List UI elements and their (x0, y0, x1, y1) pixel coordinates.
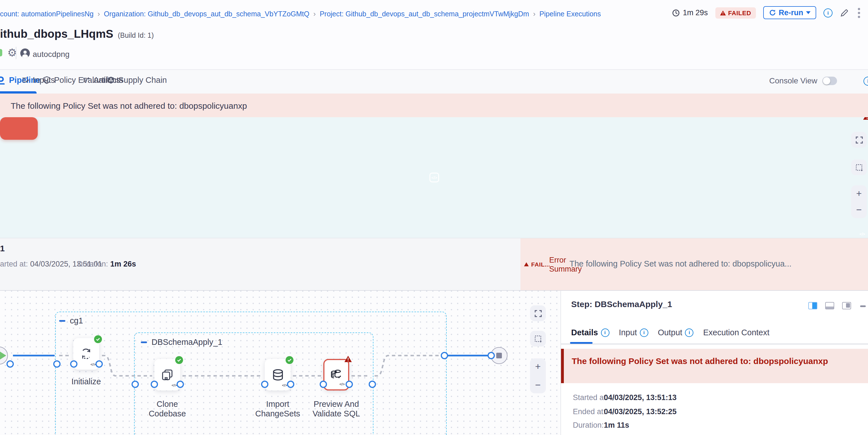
refresh-icon (769, 9, 776, 16)
stage-graph-canvas[interactable]: </> </> cs1 + − (0, 117, 868, 238)
connector-dot (287, 381, 294, 388)
status-badge: FAILED (715, 7, 756, 18)
step-label-import-changesets: ImportChangeSets (244, 400, 311, 419)
started-at-label: arted at: (0, 260, 28, 268)
error-summary-message: The following Policy Set was not adhered… (569, 259, 867, 268)
list-plus-icon (82, 76, 90, 84)
warning-icon (720, 10, 726, 15)
duration-label: Duration: (77, 260, 108, 268)
policy-alert: The following Policy Set was not adhered… (561, 349, 868, 383)
info-icon[interactable]: i (685, 328, 694, 337)
connector-dot (177, 381, 184, 388)
step-node-clone-codebase[interactable]: </> (154, 359, 180, 391)
layout-right-split-icon[interactable] (808, 302, 817, 309)
step-title: Step: DBSchemaApply_1 (571, 299, 672, 309)
initialize-refresh-icon (80, 347, 93, 361)
fullscreen-button[interactable] (851, 132, 867, 148)
connector-dot (369, 381, 376, 388)
layout-float-icon[interactable] (842, 302, 851, 309)
database-icon (271, 368, 285, 382)
stage-status-bar: 1 arted at:04/03/2025, 13:51:01 Duration… (0, 238, 868, 290)
breadcrumb-pipeline-executions[interactable]: Pipeline Executions (539, 10, 601, 18)
warning-icon (524, 262, 529, 267)
breadcrumb-account[interactable]: count: automationPipelinesNg (0, 10, 93, 18)
chevron-right-icon: › (533, 9, 536, 18)
breadcrumb: count: automationPipelinesNg › Organizat… (0, 9, 601, 18)
svg-text:</>: </> (431, 176, 437, 180)
group-label-dbschemaapply: DBSchemaApply_1 (152, 338, 222, 346)
tab-output[interactable]: Outputi (658, 328, 694, 337)
info-icon[interactable]: i (601, 328, 609, 337)
inputs-icon (22, 76, 29, 84)
rerun-button[interactable]: Re-run (763, 6, 816, 19)
fullscreen-button[interactable] (530, 305, 546, 321)
connector-dot (95, 360, 103, 368)
collapse-group-icon[interactable] (141, 341, 147, 343)
step-graph-canvas[interactable]: cg1 DBSchemaApply_1 </> Initialize (0, 290, 560, 435)
step-label-clone-codebase: CloneCodebase (133, 400, 201, 419)
detail-ended-at: Ended at:04/03/2025, 13:52:25 (573, 407, 606, 416)
info-icon[interactable]: i (640, 328, 648, 337)
detail-duration: Duration:1m 11s (573, 421, 604, 429)
gear-icon[interactable]: ⚙ (7, 47, 17, 58)
stop-icon (496, 353, 502, 359)
collapse-group-icon[interactable] (59, 320, 65, 322)
more-options-icon[interactable] (857, 6, 861, 19)
step-label-preview-validate-sql: Preview AndValidate SQL (303, 400, 370, 419)
code-icon: </> (282, 383, 287, 387)
tab-input[interactable]: Inputi (619, 328, 648, 337)
stage-name: 1 (0, 243, 5, 253)
play-icon (0, 352, 6, 360)
step-node-preview-validate-sql[interactable]: </> (323, 359, 349, 391)
divider (16, 47, 16, 59)
zoom-controls: + − (530, 359, 546, 393)
connector-dot (131, 381, 139, 388)
page-title: ithub_dbops_LHqmS(Build Id: 1) (0, 28, 154, 40)
connector-dot (488, 352, 495, 359)
clock-icon (672, 9, 680, 17)
panel-tabs: Detailsi Inputi Outputi Execution Contex… (571, 328, 769, 337)
marquee-select-button[interactable] (530, 331, 546, 346)
step-node-import-changesets[interactable]: </> (265, 359, 291, 391)
step-details-panel: Step: DBSchemaApply_1 Detailsi Inputi Ou… (560, 290, 868, 435)
detail-started-at: Started at:04/03/2025, 13:51:13 (573, 393, 608, 402)
info-icon[interactable]: i (864, 76, 868, 86)
code-icon: </> (172, 383, 177, 387)
group-label-cg1: cg1 (70, 316, 83, 325)
tab-supply-chain[interactable]: Supply Chain (107, 75, 167, 85)
stage-node-cs1-failed[interactable]: </> </> (0, 117, 38, 140)
connector-dot (70, 360, 78, 368)
layout-bottom-icon[interactable] (825, 302, 834, 309)
zoom-in-button[interactable]: + (535, 362, 541, 371)
connector-dot (261, 381, 269, 388)
zoom-out-button[interactable]: − (856, 205, 862, 215)
console-view-toggle[interactable] (823, 76, 837, 85)
connector-dot (6, 360, 14, 368)
tab-details[interactable]: Detailsi (571, 328, 609, 337)
marquee-select-button[interactable] (851, 159, 867, 175)
connector-dot (151, 381, 158, 388)
error-summary-strip: FAIL... Error Summary The following Poli… (521, 238, 868, 290)
duration-value: 1m 26s (111, 260, 136, 268)
breadcrumb-project[interactable]: Project: Github_db_devops_aut_db_schema_… (320, 10, 529, 18)
pipeline-execution-page: count: automationPipelinesNg › Organizat… (0, 0, 868, 435)
step-label-initialize: Initialize (52, 377, 120, 386)
tab-execution-context[interactable]: Execution Context (703, 328, 769, 337)
minimize-panel-icon[interactable] (860, 305, 866, 307)
elapsed-time: 1m 29s (672, 8, 708, 17)
chevron-right-icon: › (97, 9, 100, 18)
code-icon: </> (860, 232, 865, 236)
code-icon: </> (339, 382, 345, 386)
failed-warning-icon (863, 117, 868, 120)
custom-stage-icon: </> (428, 171, 440, 184)
fail-badge: FAIL... (524, 261, 550, 268)
divider (561, 344, 868, 344)
zoom-in-button[interactable]: + (856, 189, 862, 198)
active-tab-underline (0, 91, 37, 94)
breadcrumb-organization[interactable]: Organization: Github_db_devops_aut_db_sc… (104, 10, 310, 18)
zoom-out-button[interactable]: − (535, 380, 541, 390)
console-view-label: Console View (769, 76, 817, 85)
clone-codebase-icon (160, 368, 174, 382)
edit-pencil-icon[interactable] (840, 8, 849, 18)
info-icon[interactable]: i (824, 8, 833, 17)
